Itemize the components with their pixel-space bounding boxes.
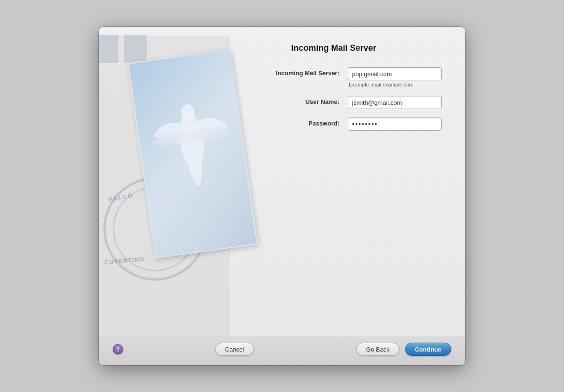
password-label: Password: [263, 118, 343, 127]
password-field-group [348, 118, 442, 131]
bottom-bar: ? Cancel Go Back Continue [99, 337, 465, 365]
right-buttons: Go Back Continue [356, 343, 451, 356]
username-row: User Name: [263, 96, 442, 109]
form-area: Incoming Mail Server: Example: mail.exam… [263, 67, 442, 131]
username-label: User Name: [263, 96, 343, 105]
password-row: Password: [263, 118, 442, 131]
server-hint: Example: mail.example.com [348, 82, 442, 87]
server-field-group: Example: mail.example.com [348, 67, 442, 87]
dialog-title: Incoming Mail Server [226, 43, 442, 53]
continue-button[interactable]: Continue [405, 343, 451, 356]
server-label: Incoming Mail Server: [263, 67, 343, 77]
incoming-mail-server-dialog: HELLO CUPERTINO Incoming Mail Server Inc… [99, 27, 465, 365]
cancel-button[interactable]: Cancel [215, 343, 254, 356]
username-input[interactable] [348, 96, 442, 109]
server-input[interactable] [348, 67, 442, 80]
center-buttons: Cancel [113, 343, 356, 356]
server-row: Incoming Mail Server: Example: mail.exam… [263, 67, 442, 87]
dialog-content: Incoming Mail Server Incoming Mail Serve… [99, 27, 465, 337]
password-input[interactable] [348, 118, 442, 131]
go-back-button[interactable]: Go Back [356, 343, 400, 356]
username-field-group [348, 96, 442, 109]
